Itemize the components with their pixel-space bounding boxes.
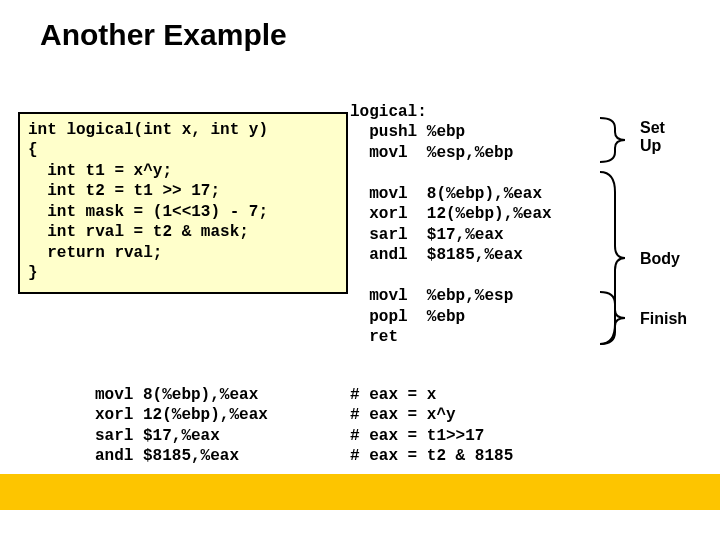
label-finish: Finish (640, 310, 687, 328)
brace-body-icon (595, 168, 635, 348)
c-code-box: int logical(int x, int y) { int t1 = x^y… (18, 112, 348, 294)
asm-main-block: logical: pushl %ebp movl %esp,%ebp movl … (350, 102, 552, 348)
label-body: Body (640, 250, 680, 268)
asm-comments-block: # eax = x # eax = x^y # eax = t1>>17 # e… (350, 385, 513, 467)
footer-bar (0, 474, 720, 510)
slide: Another Example int logical(int x, int y… (0, 0, 720, 540)
label-setup: Set Up (640, 119, 665, 156)
slide-title: Another Example (40, 18, 287, 52)
asm-left-block: movl 8(%ebp),%eax xorl 12(%ebp),%eax sar… (95, 385, 268, 467)
brace-setup-icon (595, 116, 635, 164)
brace-finish-icon (595, 288, 635, 348)
